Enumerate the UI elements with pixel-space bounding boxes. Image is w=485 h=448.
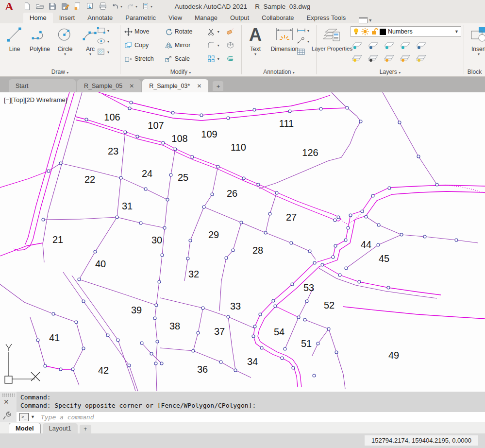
- vertex-node[interactable]: [192, 349, 195, 352]
- table-button[interactable]: [296, 48, 309, 56]
- vertex-node[interactable]: [268, 212, 271, 215]
- parcel-number-44[interactable]: 44: [361, 239, 371, 250]
- chevron-down-icon[interactable]: ▾: [89, 52, 91, 56]
- explode-button[interactable]: [224, 41, 241, 50]
- stretch-button[interactable]: Stretch: [122, 55, 163, 63]
- parcel-number-108[interactable]: 108: [171, 133, 187, 144]
- parcel-boundary-line[interactable]: [228, 317, 235, 370]
- leader-button[interactable]: ▾: [296, 37, 309, 46]
- vertex-node[interactable]: [200, 114, 203, 117]
- vertex-node[interactable]: [317, 342, 319, 345]
- vertex-node[interactable]: [156, 340, 159, 343]
- vertex-node[interactable]: [124, 131, 127, 134]
- vertex-node[interactable]: [303, 318, 306, 321]
- vertex-node[interactable]: [337, 216, 340, 219]
- print-button[interactable]: [97, 1, 109, 12]
- file-tab-r-sample-05[interactable]: R_Sample_05✕: [77, 79, 141, 92]
- parcel-number-111[interactable]: 111: [279, 118, 294, 129]
- chevron-down-icon[interactable]: ▾: [151, 4, 152, 9]
- parcel-boundary-line[interactable]: [79, 217, 117, 279]
- parcel-number-45[interactable]: 45: [379, 253, 389, 264]
- vertex-node[interactable]: [160, 362, 163, 365]
- command-input-row[interactable]: >_ ▼ Type a command: [17, 411, 485, 422]
- vertex-node[interactable]: [400, 233, 403, 236]
- customize-button[interactable]: ▾: [140, 1, 154, 12]
- copy-button[interactable]: Copy: [122, 41, 163, 50]
- vertex-node[interactable]: [227, 315, 230, 318]
- road-line[interactable]: [343, 307, 485, 319]
- ribbon-tab-home[interactable]: Home: [23, 13, 53, 23]
- ribbon-tab-express-tools[interactable]: Express Tools: [301, 13, 352, 23]
- command-drag-grip[interactable]: [2, 393, 15, 396]
- vertex-node[interactable]: [140, 342, 143, 345]
- vertex-node[interactable]: [257, 183, 260, 186]
- parcel-number-24[interactable]: 24: [142, 168, 152, 179]
- parcel-boundary-line[interactable]: [193, 308, 203, 351]
- vertex-node[interactable]: [332, 256, 334, 258]
- vertex-node[interactable]: [371, 194, 374, 197]
- road-line[interactable]: [99, 92, 330, 115]
- vertex-node[interactable]: [136, 135, 139, 138]
- save-as-button[interactable]: [59, 1, 71, 12]
- parcel-number-52[interactable]: 52: [324, 300, 334, 310]
- vertex-node[interactable]: [117, 339, 119, 342]
- vertex-node[interactable]: [284, 347, 286, 350]
- vertex-node[interactable]: [128, 364, 131, 367]
- vertex-node[interactable]: [321, 263, 324, 266]
- offset-button[interactable]: [224, 55, 241, 63]
- panel-label-layers[interactable]: Layers ▾: [317, 69, 464, 75]
- vertex-node[interactable]: [42, 218, 45, 221]
- parcel-number-109[interactable]: 109: [201, 129, 217, 139]
- vertex-node[interactable]: [161, 254, 164, 257]
- chevron-down-icon[interactable]: ▾: [135, 4, 137, 9]
- vertex-node[interactable]: [274, 305, 277, 308]
- vertex-node[interactable]: [388, 187, 391, 190]
- close-icon[interactable]: ✕: [197, 83, 201, 89]
- vertex-node[interactable]: [217, 165, 219, 168]
- panel-label-modify[interactable]: Modify ▾: [120, 69, 241, 75]
- parcel-boundary-line[interactable]: [49, 163, 61, 171]
- chevron-down-icon[interactable]: ▾: [107, 39, 109, 44]
- vertex-node[interactable]: [308, 250, 311, 253]
- layer-lock-button[interactable]: [400, 41, 411, 52]
- rectangle-button[interactable]: ▾: [96, 26, 109, 35]
- new-file-button[interactable]: [21, 1, 33, 12]
- vertex-node[interactable]: [227, 117, 230, 120]
- parcel-boundary-line[interactable]: [285, 317, 299, 349]
- chevron-down-icon[interactable]: ▾: [120, 4, 122, 9]
- transfer-button[interactable]: [84, 1, 96, 12]
- road-line[interactable]: [275, 195, 335, 220]
- open-folder-button[interactable]: [34, 1, 46, 12]
- vertex-node[interactable]: [78, 278, 81, 281]
- vertex-node[interactable]: [191, 155, 194, 158]
- vertex-node[interactable]: [347, 226, 350, 229]
- vertex-node[interactable]: [359, 120, 362, 123]
- road-line[interactable]: [76, 120, 275, 195]
- ribbon-tab-manage[interactable]: Manage: [188, 13, 224, 23]
- vertex-node[interactable]: [197, 331, 200, 334]
- parcel-number-40[interactable]: 40: [95, 258, 106, 269]
- vertex-node[interactable]: [174, 148, 177, 151]
- road-line[interactable]: [14, 92, 74, 250]
- chevron-down-icon[interactable]: ▾: [217, 30, 219, 34]
- parcel-number-21[interactable]: 21: [52, 234, 63, 245]
- vertex-node[interactable]: [313, 374, 316, 377]
- undo-button[interactable]: ▾: [110, 1, 124, 12]
- chevron-down-icon[interactable]: ▾: [107, 29, 109, 33]
- parcel-boundary-line[interactable]: [346, 235, 401, 268]
- vertex-node[interactable]: [85, 118, 88, 121]
- vertex-node[interactable]: [71, 368, 74, 371]
- insert-block-button[interactable]: Insert ▾: [464, 23, 485, 56]
- vertex-node[interactable]: [201, 307, 204, 310]
- vertex-node[interactable]: [264, 231, 267, 234]
- vertex-node[interactable]: [171, 111, 174, 114]
- vertex-node[interactable]: [305, 300, 308, 303]
- vertex-node[interactable]: [202, 206, 205, 208]
- parcel-number-106[interactable]: 106: [104, 112, 120, 122]
- chevron-down-icon[interactable]: ▾: [217, 43, 219, 48]
- trim-button[interactable]: ▾: [205, 28, 224, 36]
- vertex-node[interactable]: [116, 216, 118, 219]
- vertex-node[interactable]: [189, 239, 192, 242]
- parcel-map[interactable]: 1061071081091101111262322242526273130292…: [0, 92, 485, 392]
- parcel-number-25[interactable]: 25: [178, 172, 188, 183]
